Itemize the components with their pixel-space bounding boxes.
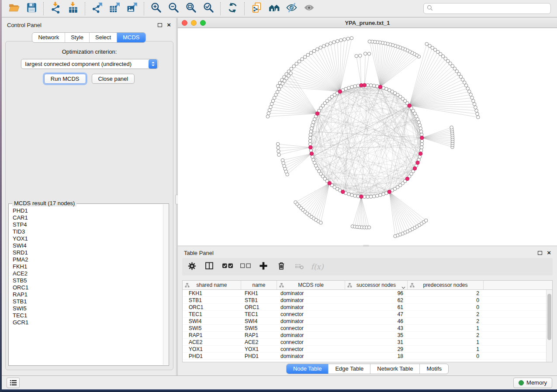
- table-row[interactable]: FKH1FKH1dominator962: [183, 290, 546, 297]
- cell-predecessor-nodes[interactable]: 2: [408, 311, 484, 317]
- show-columns-button[interactable]: [203, 260, 217, 274]
- save-session-button[interactable]: [23, 1, 40, 16]
- mcds-result-item[interactable]: STB1: [13, 298, 163, 305]
- float-window-icon[interactable]: [158, 23, 162, 27]
- cell-predecessor-nodes[interactable]: 1: [408, 339, 484, 345]
- mcds-result-item[interactable]: PHD1: [13, 207, 163, 214]
- cell-shared-name[interactable]: ACE2: [183, 339, 241, 345]
- mcds-result-item[interactable]: ACE2: [13, 270, 163, 277]
- open-session-button[interactable]: [5, 1, 23, 16]
- export-image-button[interactable]: [123, 1, 141, 16]
- select-all-checks-button[interactable]: [221, 260, 235, 274]
- cell-successor-nodes[interactable]: 96: [345, 290, 408, 296]
- column-header-name[interactable]: name: [241, 281, 277, 289]
- tab-edge-table[interactable]: Edge Table: [328, 364, 370, 374]
- zoom-out-button[interactable]: [165, 1, 182, 16]
- cell-shared-name[interactable]: FKH1: [183, 290, 241, 296]
- first-neighbors-button[interactable]: [265, 1, 283, 16]
- tab-node-table[interactable]: Node Table: [287, 364, 329, 374]
- mcds-result-list[interactable]: PHD1CAR1STP4TID3YOX1SWI4SRD1PMA2FKH1ACE2…: [9, 205, 163, 364]
- tab-mcds[interactable]: MCDS: [117, 33, 145, 42]
- mcds-result-item[interactable]: CAR1: [13, 214, 163, 221]
- cell-name[interactable]: SWI5: [241, 325, 277, 331]
- table-row[interactable]: STB1STB1dominator620: [183, 297, 546, 304]
- mcds-result-item[interactable]: SWI4: [13, 242, 163, 249]
- task-history-button[interactable]: [7, 378, 20, 388]
- network-graph[interactable]: [178, 28, 557, 245]
- criterion-dropdown[interactable]: largest connected component (undirected): [21, 59, 158, 69]
- close-panel-button[interactable]: Close panel: [92, 74, 135, 84]
- create-column-plus-button[interactable]: [256, 260, 270, 274]
- mcds-result-item[interactable]: STP4: [13, 221, 163, 228]
- import-network-from-file-button[interactable]: [47, 1, 64, 16]
- import-table-from-file-button[interactable]: [64, 1, 82, 16]
- table-scrollbar-thumb[interactable]: [547, 294, 551, 340]
- mcds-result-item[interactable]: ORC1: [13, 284, 163, 291]
- cell-successor-nodes[interactable]: 62: [345, 297, 408, 303]
- cell-predecessor-nodes[interactable]: 2: [408, 332, 484, 338]
- mcds-result-item[interactable]: PMA2: [13, 256, 163, 263]
- cell-MCDS-role[interactable]: dominator: [277, 332, 345, 338]
- show-all-button[interactable]: [300, 1, 318, 16]
- cell-predecessor-nodes[interactable]: 1: [408, 346, 484, 352]
- network-window-titlebar[interactable]: YPA_prune.txt_1: [178, 18, 557, 28]
- search-field[interactable]: [423, 3, 551, 14]
- zoom-fit-content-button[interactable]: [182, 1, 200, 16]
- cell-shared-name[interactable]: RAP1: [183, 332, 241, 338]
- mcds-result-item[interactable]: SRD1: [13, 249, 163, 256]
- cell-predecessor-nodes[interactable]: 2: [408, 318, 484, 324]
- table-row[interactable]: ACE2ACE2connector311: [183, 339, 546, 346]
- tab-style[interactable]: Style: [65, 33, 89, 42]
- mcds-result-item[interactable]: GCR1: [13, 319, 163, 326]
- cell-shared-name[interactable]: YOX1: [183, 346, 241, 352]
- table-scrollbar[interactable]: [546, 290, 552, 362]
- cell-name[interactable]: FKH1: [241, 290, 277, 296]
- cell-MCDS-role[interactable]: connector: [277, 325, 345, 331]
- search-input[interactable]: [435, 5, 547, 12]
- table-row[interactable]: SWI5SWI5connector431: [183, 325, 546, 332]
- column-header-successor-nodes[interactable]: successor nodes: [345, 281, 408, 289]
- node-table[interactable]: shared namenameMCDS rolesuccessor nodesp…: [182, 280, 553, 362]
- cell-MCDS-role[interactable]: dominator: [277, 353, 345, 359]
- cell-name[interactable]: SWI4: [241, 318, 277, 324]
- cell-name[interactable]: TEC1: [241, 311, 277, 317]
- column-header-shared-name[interactable]: shared name: [183, 281, 241, 289]
- tab-network-table[interactable]: Network Table: [370, 364, 419, 374]
- hide-selected-button[interactable]: [283, 1, 300, 16]
- table-row[interactable]: TEC1TEC1connector472: [183, 311, 546, 318]
- tab-motifs[interactable]: Motifs: [419, 364, 448, 374]
- cell-shared-name[interactable]: SWI4: [183, 318, 241, 324]
- cell-shared-name[interactable]: ORC1: [183, 304, 241, 310]
- clear-all-checks-button[interactable]: [239, 260, 253, 274]
- cell-successor-nodes[interactable]: 35: [345, 332, 408, 338]
- cell-shared-name[interactable]: PHD1: [183, 353, 241, 359]
- export-table-button[interactable]: [106, 1, 123, 16]
- apply-preferred-layout-button[interactable]: [224, 1, 241, 16]
- mcds-list-scrollbar[interactable]: [163, 204, 168, 365]
- cell-name[interactable]: RAP1: [241, 332, 277, 338]
- cell-predecessor-nodes[interactable]: 1: [408, 325, 484, 331]
- export-network-button[interactable]: [88, 1, 106, 16]
- cell-MCDS-role[interactable]: connector: [277, 346, 345, 352]
- cell-shared-name[interactable]: TEC1: [183, 311, 241, 317]
- cell-MCDS-role[interactable]: dominator: [277, 297, 345, 303]
- mcds-result-item[interactable]: SWI5: [13, 305, 163, 312]
- cell-successor-nodes[interactable]: 46: [345, 318, 408, 324]
- float-table-panel-icon[interactable]: [538, 251, 542, 255]
- cell-name[interactable]: YOX1: [241, 346, 277, 352]
- mcds-result-item[interactable]: RAP1: [13, 291, 163, 298]
- table-row[interactable]: YOX1YOX1connector291: [183, 346, 546, 353]
- close-panel-icon[interactable]: ×: [167, 23, 171, 27]
- cell-name[interactable]: ORC1: [241, 304, 277, 310]
- zoom-selected-region-button[interactable]: [200, 1, 217, 16]
- cell-successor-nodes[interactable]: 43: [345, 325, 408, 331]
- cell-name[interactable]: STB1: [241, 297, 277, 303]
- mcds-result-item[interactable]: FKH1: [13, 263, 163, 270]
- memory-button[interactable]: Memory: [513, 378, 552, 388]
- mcds-result-item[interactable]: TID3: [13, 228, 163, 235]
- new-network-from-selection-button[interactable]: [248, 1, 265, 16]
- cell-predecessor-nodes[interactable]: 0: [408, 297, 484, 303]
- cell-successor-nodes[interactable]: 61: [345, 304, 408, 310]
- delete-columns-trash-button[interactable]: [274, 260, 288, 274]
- cell-predecessor-nodes[interactable]: 0: [408, 304, 484, 310]
